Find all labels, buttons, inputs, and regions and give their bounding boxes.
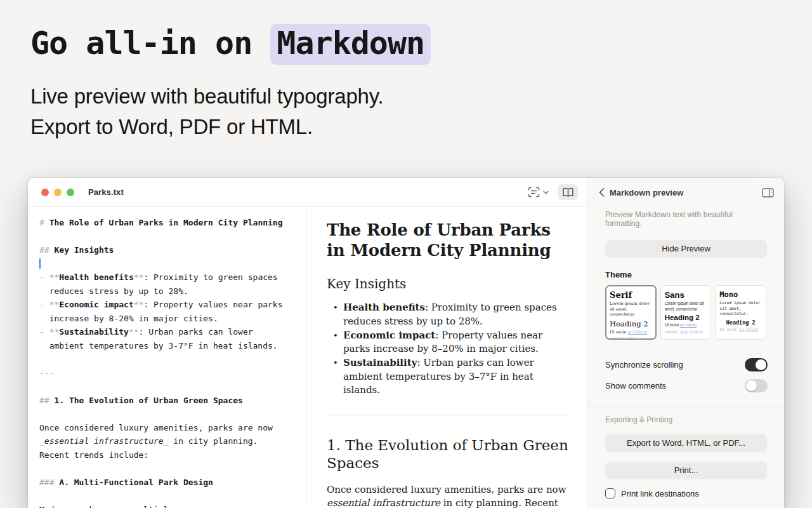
print-link-destinations-row: Print link destinations <box>605 488 766 498</box>
preview-bullet-item: •Economic impact: Property values near p… <box>327 329 568 356</box>
export-button[interactable]: Export to Word, HTML, or PDF... <box>605 434 767 452</box>
hide-preview-button[interactable]: Hide Preview <box>605 240 767 258</box>
editor-line <box>39 257 299 271</box>
hero-subtitle: Live preview with beautiful typography. … <box>30 81 812 142</box>
toggle-rows: Synchronize scrollingShow comments <box>587 340 784 392</box>
settings-panel: Markdown preview Preview Markdown text w… <box>587 178 784 508</box>
editor-line: Modern parks serve multiple... <box>39 503 299 508</box>
page-title-highlight: Markdown <box>270 24 431 65</box>
print-link-destinations-checkbox[interactable] <box>605 488 615 498</box>
minimize-button[interactable] <box>54 189 62 196</box>
theme-card-serif[interactable]: SerifLorem ipsum dolor sit amet, consect… <box>605 285 657 340</box>
panel-title: Markdown preview <box>610 188 683 197</box>
preview-h1: The Role of Urban Parks in Modern City P… <box>327 220 568 260</box>
hero-section: Go all-in on Markdown Live preview with … <box>0 0 812 142</box>
synchronize-scrolling-toggle[interactable] <box>745 358 768 371</box>
editor-line: - **Economic impact**: Property values n… <box>39 298 299 312</box>
exporting-printing-section-label: Exporting & Printing <box>605 415 766 424</box>
editor-line: _essential infrastructure_ in city plann… <box>39 434 299 448</box>
print-button[interactable]: Print... <box>605 462 767 479</box>
editor-line <box>39 462 299 476</box>
theme-card-sans[interactable]: SansLorem ipsum dolor sit amet, consecte… <box>660 285 712 340</box>
panel-divider <box>587 406 784 406</box>
preview-bullet-item: •Health benefits: Proximity to green spa… <box>327 301 568 328</box>
show-comments-toggle-label: Show comments <box>605 381 666 391</box>
editor-line: increase by 8-20% in major cities. <box>39 312 299 326</box>
editor-line: # The Role of Urban Parks in Modern City… <box>39 216 299 230</box>
show-comments-toggle-row: Show comments <box>587 379 784 392</box>
theme-cards: SerifLorem ipsum dolor sit amet, consect… <box>605 285 766 340</box>
traffic-lights <box>41 189 74 196</box>
app-window: Parks.txt <box>28 178 784 508</box>
theme-label: Theme <box>605 270 766 279</box>
markdown-preview-pane[interactable]: The Role of Urban Parks in Modern City P… <box>306 207 586 508</box>
panel-toggle-button[interactable] <box>762 188 774 197</box>
theme-card-mono[interactable]: MonoLorem ipsum dolor sit amet, consecte… <box>715 285 766 340</box>
editor-line: reduces stress by up to 28%. <box>39 284 299 298</box>
editor-line: ### A. Multi-Functional Park Design <box>39 476 299 490</box>
text-cursor <box>39 258 41 269</box>
preview-h2b: 1. The Evolution of Urban Green Spaces <box>327 436 568 472</box>
format-menu-button[interactable] <box>527 184 550 200</box>
panes: # The Role of Urban Parks in Modern City… <box>28 207 587 508</box>
chevron-left-icon <box>599 188 605 197</box>
settings-panel-header: Markdown preview <box>587 178 784 207</box>
panel-description: Preview Markdown text with beautiful for… <box>587 210 784 228</box>
window-left-region: Parks.txt <box>28 178 587 508</box>
editor-line: ambient temperatures by 3-7°F in heat is… <box>39 339 299 353</box>
preview-toggle-button[interactable] <box>558 184 578 200</box>
panel-right-icon <box>762 188 774 197</box>
synchronize-scrolling-toggle-row: Synchronize scrolling <box>587 358 784 371</box>
editor-line: ## 1. The Evolution of Urban Green Space… <box>39 394 299 408</box>
document-title: Parks.txt <box>88 187 124 197</box>
preview-bullet-item: •Sustainability: Urban parks can lower a… <box>327 356 568 398</box>
editor-line: --- <box>39 366 299 380</box>
editor-line <box>39 489 299 503</box>
preview-h2: Key Insights <box>327 276 568 292</box>
preview-bullet-list: •Health benefits: Proximity to green spa… <box>327 301 568 398</box>
hero-subtitle-line-1: Live preview with beautiful typography. <box>30 81 812 112</box>
editor-line: Recent trends include: <box>39 448 299 462</box>
preview-paragraph: Once considered luxury amenities, parks … <box>327 483 568 508</box>
book-icon <box>562 187 574 197</box>
close-button[interactable] <box>41 189 49 196</box>
editor-line <box>39 380 299 394</box>
preview-divider <box>327 415 568 415</box>
editor-line: - **Sustainability**: Urban parks can lo… <box>39 325 299 339</box>
editor-line <box>39 352 299 366</box>
page-title-prefix: Go all-in on <box>30 25 270 62</box>
editor-line <box>39 407 299 421</box>
chevron-down-icon <box>543 190 549 194</box>
markdown-editor[interactable]: # The Role of Urban Parks in Modern City… <box>28 207 306 508</box>
format-layout-icon <box>528 187 540 197</box>
back-button[interactable] <box>599 188 605 197</box>
hero-subtitle-line-2: Export to Word, PDF or HTML. <box>30 112 812 142</box>
show-comments-toggle[interactable] <box>745 379 768 392</box>
editor-line: Once considered luxury amenities, parks … <box>39 421 299 435</box>
editor-line: - **Health benefits**: Proximity to gree… <box>39 271 299 284</box>
checkbox-label: Print link destinations <box>621 489 699 498</box>
synchronize-scrolling-toggle-label: Synchronize scrolling <box>605 360 683 370</box>
editor-line: ## Key Insights <box>39 243 299 257</box>
editor-line <box>39 230 299 244</box>
title-bar: Parks.txt <box>28 178 587 207</box>
zoom-button[interactable] <box>67 189 74 196</box>
page-title: Go all-in on Markdown <box>30 23 812 64</box>
